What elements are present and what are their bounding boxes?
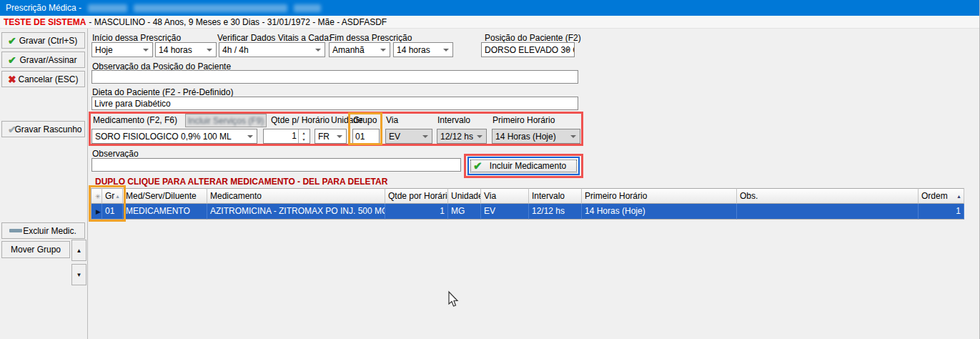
chevron-down-icon [207, 49, 212, 51]
diet-label: Dieta do Paciente (F2 - Pré-Definido) [92, 87, 233, 97]
include-medication-button[interactable]: ✔ Incluir Medicamento [467, 157, 580, 175]
patient-name: TESTE DE SISTEMA [4, 17, 86, 27]
end-time-select[interactable]: 14 horas [393, 42, 453, 57]
qty-per-time-label: Qtde p/ Horário [271, 115, 330, 125]
delete-medication-button[interactable]: Excluir Medic. [1, 222, 85, 239]
column-header-unidade[interactable]: Unidade [448, 188, 481, 204]
group-input[interactable] [352, 129, 380, 144]
end-time-value: 14 horas [397, 45, 430, 55]
cell-med-serv: MEDICAMENTO [123, 204, 207, 220]
patient-position-value: DORSO ELEVADO 30 G [485, 45, 575, 55]
asterisk-icon: ✳ [94, 193, 101, 200]
delete-medication-button-label: Excluir Medic. [23, 226, 76, 236]
observation-input[interactable] [91, 158, 461, 172]
save-sign-button[interactable]: ✔ Gravar/Assinar [1, 51, 85, 68]
interval-select[interactable]: 12/12 hs [437, 129, 487, 144]
interval-value: 12/12 hs [440, 132, 473, 142]
chevron-down-icon [443, 49, 449, 51]
start-day-select[interactable]: Hoje [91, 42, 153, 57]
sort-asc-icon: ▲ [115, 194, 120, 199]
chevron-down-icon [143, 49, 149, 51]
patient-position-select[interactable]: DORSO ELEVADO 30 G [481, 42, 575, 57]
include-services-button[interactable]: Incluir Serviços (F9) [185, 114, 267, 127]
end-prescription-label: Fim dessa Prescrição [330, 33, 412, 43]
move-down-button[interactable]: ▼ [71, 264, 86, 285]
redacted-title-text [294, 4, 321, 12]
column-header-obs[interactable]: Obs. [737, 188, 919, 204]
cell-gr: 01 [102, 204, 123, 220]
column-header-ordem[interactable]: Ordem ▲ [919, 188, 964, 204]
cell-qtde: 1 [385, 204, 448, 220]
chevron-down-icon [337, 135, 342, 138]
chevron-down-icon [380, 49, 386, 51]
row-indicator-icon: ▶ [94, 205, 101, 215]
patient-details: - MASCULINO - 48 Anos, 9 Meses e 30 Dias… [89, 17, 387, 27]
column-header-qtde[interactable]: Qtde por Horário [385, 188, 448, 204]
check-icon: ✔ [8, 124, 16, 134]
table-row-selected[interactable]: ▶ 01 MEDICAMENTO AZITROMICINA - ZITROMAX… [91, 204, 964, 220]
arrow-down-icon: ▼ [76, 272, 82, 278]
route-label: Via [386, 115, 398, 125]
chevron-down-icon [477, 135, 482, 138]
move-up-button[interactable]: ▲ [71, 240, 86, 261]
arrow-up-icon: ▲ [76, 247, 82, 254]
patient-position-label: Posição do Paciente (F2) [485, 33, 581, 43]
stepper-down-icon[interactable]: ▼ [299, 137, 309, 144]
stepper-up-icon[interactable]: ▲ [299, 129, 309, 137]
check-vitals-label: Verificar Dados Vitais a Cada: [217, 33, 331, 43]
focus-rectangle [470, 159, 577, 172]
vitals-interval-select[interactable]: 4h / 4h [219, 42, 325, 57]
first-time-label: Primeiro Horário [493, 115, 555, 125]
medication-select[interactable]: SORO FISIOLOGICO 0,9% 100 ML [91, 129, 257, 144]
save-draft-button[interactable]: ✔ Gravar Rascunho [1, 121, 85, 137]
cell-ordem: 1 [919, 204, 964, 220]
sort-asc-icon: ▲ [956, 194, 961, 199]
first-time-select[interactable]: 14 Horas (Hoje) [492, 129, 580, 144]
medication-value: SORO FISIOLOGICO 0,9% 100 ML [95, 132, 232, 142]
unit-select[interactable]: FR [315, 129, 347, 144]
cancel-button-label: Cancelar (ESC) [18, 74, 78, 84]
grid-header-row: ✳ Gr ▲ Med/Serv/Diluente Medicamento Qtd… [91, 188, 964, 204]
qty-per-time-stepper[interactable]: 1 ▲ ▼ [263, 129, 310, 144]
include-services-button-label: Incluir Serviços (F9) [188, 116, 264, 126]
mouse-cursor [446, 290, 459, 309]
diet-input[interactable] [91, 97, 578, 110]
chevron-down-icon [565, 49, 570, 51]
column-header-med-serv[interactable]: Med/Serv/Diluente [123, 188, 207, 204]
route-value: EV [389, 132, 400, 142]
column-header-medicamento[interactable]: Medicamento [207, 188, 385, 204]
unit-value: FR [318, 132, 330, 142]
start-prescription-label: Início dessa Prescrição [92, 33, 181, 43]
chevron-down-icon [247, 135, 253, 138]
column-header-gr-label: Gr [105, 191, 114, 201]
medication-grid: ✳ Gr ▲ Med/Serv/Diluente Medicamento Qtd… [91, 188, 964, 220]
grid-hint-text: DUPLO CLIQUE PARA ALTERAR MEDICAMENTO - … [95, 177, 387, 187]
minus-icon [9, 229, 22, 232]
route-select[interactable]: EV [385, 129, 432, 144]
observation-label: Observação [92, 149, 139, 159]
start-time-select[interactable]: 14 horas [155, 42, 217, 57]
column-header-gr[interactable]: Gr ▲ [102, 188, 123, 204]
column-header-primeiro-horario[interactable]: Primeiro Horário [582, 188, 737, 204]
chevron-down-icon [422, 135, 428, 138]
position-observation-input[interactable] [91, 70, 578, 84]
start-day-value: Hoje [95, 45, 113, 55]
qty-per-time-value: 1 [264, 131, 297, 141]
save-button-label: Gravar (Ctrl+S) [19, 36, 78, 46]
stepper-buttons[interactable]: ▲ ▼ [298, 129, 309, 143]
cancel-button[interactable]: ✖ Cancelar (ESC) [1, 71, 85, 87]
column-header-via[interactable]: Via [481, 188, 529, 204]
select-all-header[interactable]: ✳ [91, 188, 102, 204]
cell-primeiro-horario: 14 Horas (Hoje) [582, 204, 737, 220]
save-button[interactable]: ✔ Gravar (Ctrl+S) [1, 32, 85, 49]
move-group-button[interactable]: Mover Grupo [1, 241, 70, 258]
patient-header: TESTE DE SISTEMA - MASCULINO - 48 Anos, … [0, 16, 980, 29]
end-day-value: Amanhã [332, 45, 365, 55]
column-header-intervalo[interactable]: Intervalo [529, 188, 582, 204]
sidebar-divider [87, 29, 88, 339]
cell-unidade: MG [448, 204, 481, 220]
save-sign-button-label: Gravar/Assinar [19, 55, 76, 65]
interval-label: Intervalo [437, 115, 470, 125]
end-day-select[interactable]: Amanhã [329, 42, 390, 57]
vitals-interval-value: 4h / 4h [222, 45, 249, 55]
